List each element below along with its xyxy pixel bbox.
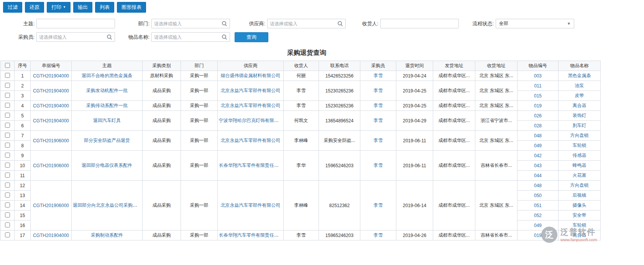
item-name-input[interactable]: [154, 35, 222, 40]
item-name-link[interactable]: 方向盘锁: [570, 133, 589, 138]
dept-search-icon[interactable]: [222, 21, 227, 26]
item-name-link[interactable]: 火花塞: [573, 173, 586, 178]
query-button[interactable]: 查询: [235, 32, 268, 42]
row-checkbox[interactable]: [5, 153, 10, 158]
supplier-input[interactable]: [270, 21, 337, 26]
doc-no-link[interactable]: CGTH201904000: [33, 233, 69, 238]
doc-no-link[interactable]: CGTH201904000: [33, 118, 69, 123]
item-no-link[interactable]: 052: [534, 213, 542, 218]
item-no-link[interactable]: 028: [534, 123, 542, 128]
supplier-link[interactable]: 北京永益汽车零部件有限公司: [221, 88, 281, 93]
purchaser-link[interactable]: 李雪: [374, 103, 383, 108]
item-name-link[interactable]: 方向盘锁: [570, 183, 589, 188]
status-select[interactable]: 全部 ▼: [496, 19, 574, 28]
item-no-link[interactable]: 048: [534, 133, 542, 138]
subject-link[interactable]: 退回汽车灯具: [93, 118, 121, 123]
item-name-link[interactable]: 装饰灯: [573, 113, 586, 118]
doc-no-link[interactable]: CGTH201906000: [33, 163, 69, 168]
item-name-link[interactable]: 车轮锁: [573, 222, 586, 228]
select-all-checkbox[interactable]: [5, 63, 10, 68]
item-no-link[interactable]: 015: [534, 93, 542, 99]
supplier-link[interactable]: 北京永益汽车零部件有限公司: [221, 138, 281, 143]
purchaser-link[interactable]: 李雪: [374, 232, 383, 238]
subject-link[interactable]: 部分安全防盗产品退货: [84, 138, 130, 143]
purchaser-search-icon[interactable]: [107, 34, 112, 40]
row-checkbox[interactable]: [5, 123, 10, 128]
dept-input[interactable]: [154, 21, 222, 26]
row-checkbox[interactable]: [5, 173, 10, 178]
supplier-link[interactable]: 北京永益汽车零部件有限公司: [221, 103, 281, 108]
item-name-link[interactable]: 后视镜: [573, 193, 586, 198]
row-checkbox[interactable]: [5, 193, 10, 198]
consignee-input[interactable]: [380, 19, 459, 28]
item-no-link[interactable]: 003: [534, 73, 542, 79]
supplier-link[interactable]: 北京永益汽车零部件有限公司: [221, 202, 281, 208]
item-no-link[interactable]: 049: [534, 223, 542, 228]
doc-no-link[interactable]: CGTH201904000: [33, 88, 69, 94]
subject-link[interactable]: 退回部分向北京永益公司采购的安: [73, 202, 142, 208]
supplier-link[interactable]: 长春华翔汽车零件有限责任公...: [219, 232, 283, 238]
print-button[interactable]: 打印▼: [47, 2, 71, 13]
item-name-link[interactable]: 黑色金属条: [568, 73, 591, 78]
purchaser-input[interactable]: [39, 35, 107, 40]
item-name-link[interactable]: 刹车灯: [573, 123, 586, 128]
item-name-link[interactable]: 摄像头: [573, 202, 586, 208]
supplier-link[interactable]: 烟台盛伟德金属材料有限公司: [221, 73, 281, 78]
item-no-link[interactable]: 042: [534, 153, 542, 158]
subject-link[interactable]: 采购制动系配件: [91, 232, 123, 238]
row-checkbox[interactable]: [5, 232, 10, 237]
row-checkbox[interactable]: [5, 93, 10, 98]
supplier-link[interactable]: 长春华翔汽车零件有限责任公...: [219, 163, 283, 168]
subject-link[interactable]: 退回部分电器仪表系配件: [82, 163, 132, 168]
purchaser-link[interactable]: 李雪: [374, 88, 383, 93]
item-no-link[interactable]: 048: [534, 183, 542, 188]
row-checkbox[interactable]: [5, 143, 10, 148]
subject-link[interactable]: 采购发动机配件一批: [86, 88, 128, 93]
subject-link[interactable]: 采购传动系配件一批: [86, 103, 128, 108]
item-name-link[interactable]: 皮带: [575, 93, 584, 98]
item-no-link[interactable]: 019: [534, 233, 542, 238]
row-checkbox[interactable]: [5, 113, 10, 118]
filter-button[interactable]: 过滤: [3, 2, 22, 13]
output-button[interactable]: 输出: [73, 2, 92, 13]
item-no-link[interactable]: 011: [534, 83, 541, 89]
row-checkbox[interactable]: [5, 73, 10, 78]
purchaser-link[interactable]: 李雪: [374, 202, 383, 208]
subject-input[interactable]: [36, 19, 115, 28]
row-checkbox[interactable]: [5, 103, 10, 108]
row-checkbox[interactable]: [5, 83, 10, 88]
item-name-link[interactable]: 安全带: [573, 212, 586, 218]
doc-no-link[interactable]: CGTH201904000: [33, 103, 69, 109]
item-name-link[interactable]: 传感器: [573, 153, 586, 158]
purchaser-link[interactable]: 李雪: [374, 138, 383, 143]
item-name-link[interactable]: 油泵: [575, 83, 584, 88]
supplier-link[interactable]: 宁波华翔哈尔巴克灯饰有限公...: [219, 118, 283, 123]
list-button[interactable]: 列表: [95, 2, 114, 13]
row-checkbox[interactable]: [5, 202, 10, 207]
item-no-link[interactable]: 019: [534, 103, 542, 109]
purchaser-link[interactable]: 李雪: [374, 163, 383, 168]
item-no-link[interactable]: 026: [534, 113, 542, 119]
purchaser-link[interactable]: 李雪: [374, 73, 383, 78]
subject-link[interactable]: 退回不合格的黑色金属条: [82, 73, 132, 78]
item-no-link[interactable]: 044: [534, 173, 542, 178]
row-checkbox[interactable]: [5, 222, 10, 227]
restore-button[interactable]: 还原: [25, 2, 44, 13]
doc-no-link[interactable]: CGTH201904000: [33, 73, 69, 79]
item-name-link[interactable]: 离合器: [573, 232, 586, 238]
supplier-search-icon[interactable]: [337, 21, 343, 26]
doc-no-link[interactable]: CGTH201906000: [33, 138, 69, 143]
item-no-link[interactable]: 049: [534, 143, 542, 148]
item-name-link[interactable]: 离合器: [573, 103, 586, 108]
row-checkbox[interactable]: [5, 212, 10, 217]
row-checkbox[interactable]: [5, 183, 10, 188]
item-name-link[interactable]: 车轮锁: [573, 143, 586, 148]
graph-report-button[interactable]: 图形报表: [117, 2, 146, 13]
doc-no-link[interactable]: CGTH201906000: [33, 203, 69, 208]
item-name-search-icon[interactable]: [222, 34, 227, 40]
item-no-link[interactable]: 051: [534, 203, 542, 208]
item-no-link[interactable]: 050: [534, 193, 542, 198]
purchaser-link[interactable]: 李雪: [374, 118, 383, 123]
item-name-link[interactable]: 蜂鸣器: [573, 163, 586, 168]
row-checkbox[interactable]: [5, 163, 10, 168]
